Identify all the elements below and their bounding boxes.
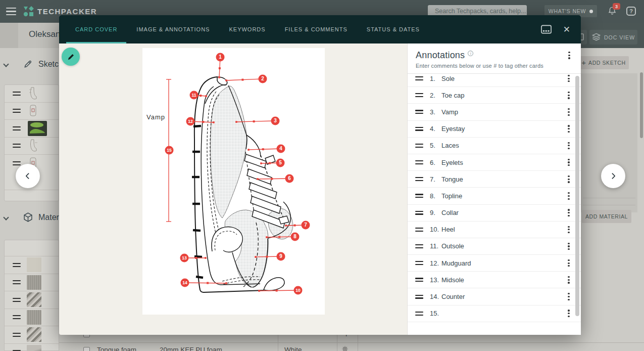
annotation-label: Midsole [441,276,464,284]
annotation-menu-icon[interactable] [566,176,571,183]
drag-handle-icon[interactable] [415,194,423,198]
drag-handle-icon[interactable] [415,244,423,248]
drag-handle-icon[interactable] [415,127,423,131]
annotation-menu-icon[interactable] [566,125,571,133]
svg-text:1: 1 [219,54,222,60]
annotation-menu-icon[interactable] [566,108,571,116]
svg-text:4: 4 [279,146,282,151]
annotation-row[interactable]: 10. Heel [408,222,581,238]
annotation-row[interactable]: 13. Midsole [408,272,581,288]
annotation-menu-icon[interactable] [566,142,571,150]
tab-image-annotations[interactable]: IMAGE & ANNOTATIONS [127,15,219,43]
svg-text:10: 10 [295,288,301,293]
annotation-row[interactable]: 4. Eyestay [408,121,581,138]
drag-handle-icon[interactable] [415,228,423,232]
card-layout-icon[interactable] [541,25,552,34]
annotation-row[interactable]: 6. Eyelets [408,154,581,171]
svg-text:3: 3 [274,118,277,123]
annotation-row[interactable]: 14. Counter [408,288,581,305]
drag-handle-icon[interactable] [415,177,423,181]
svg-text:13: 13 [182,255,187,260]
annotations-scrollbar[interactable] [575,76,579,316]
svg-text:9: 9 [279,253,282,259]
annotation-label: Tongue [441,176,463,183]
svg-text:7: 7 [304,222,307,228]
vamp-dimension-label: Vamp [146,113,165,121]
tab-card-cover[interactable]: CARD COVER [66,15,126,43]
annotations-menu-icon[interactable] [567,52,572,59]
info-icon[interactable]: i [468,51,473,56]
svg-text:2: 2 [261,76,264,81]
annotation-menu-icon[interactable] [566,293,571,300]
edit-fab-button[interactable] [62,48,80,66]
drag-handle-icon[interactable] [415,278,423,282]
annotation-number: 11. [430,242,441,250]
annotation-menu-icon[interactable] [566,259,571,267]
modal-tabbar: CARD COVERIMAGE & ANNOTATIONSKEYWORDSFIL… [59,15,581,43]
annotation-row[interactable]: 5. Laces [408,138,581,154]
annotation-label: Collar [441,209,459,216]
tab-keywords[interactable]: KEYWORDS [220,15,274,43]
annotation-number: 10. [430,226,441,233]
drag-handle-icon[interactable] [415,295,423,299]
annotation-number: 6. [430,159,441,166]
annotation-menu-icon[interactable] [566,226,571,234]
annotation-label: Toe cap [441,92,465,99]
annotation-menu-icon[interactable] [566,276,571,284]
annotation-menu-icon[interactable] [566,159,571,166]
sketch-image[interactable]: Vamp 123456789101112131415 [142,48,325,315]
drag-handle-icon[interactable] [415,211,423,215]
annotations-panel: Annotations i Enter comments below or us… [407,43,581,335]
annotation-label: Eyelets [441,159,463,166]
annotation-row[interactable]: 12. Mudguard [408,255,581,272]
annotation-number: 15. [430,310,441,317]
tab-files-comments[interactable]: FILES & COMMENTS [276,15,357,43]
annotation-number: 4. [430,125,441,133]
annotation-number: 12. [430,259,441,267]
annotation-row[interactable]: 15. [408,305,581,322]
annotation-menu-icon[interactable] [566,310,571,317]
chevron-left-icon [24,172,32,180]
svg-text:6: 6 [288,176,291,181]
annotation-row[interactable]: 3. Vamp [408,104,581,120]
annotation-menu-icon[interactable] [566,75,571,82]
tab-status-dates[interactable]: STATUS & DATES [358,15,429,43]
annotation-number: 14. [430,293,441,300]
annotation-row[interactable]: 2. Toe cap [408,87,581,104]
annotation-number: 13. [430,276,441,284]
annotation-number: 2. [430,92,441,99]
annotation-row[interactable]: 8. Topline [408,188,581,204]
annotation-menu-icon[interactable] [566,209,571,216]
annotation-label: Heel [441,226,455,233]
annotation-menu-icon[interactable] [566,92,571,99]
annotation-number: 7. [430,176,441,183]
annotation-label: Laces [441,142,459,149]
annotation-row[interactable]: 7. Tongue [408,171,581,188]
card-detail-modal: CARD COVERIMAGE & ANNOTATIONSKEYWORDSFIL… [59,15,581,335]
svg-text:15: 15 [167,148,172,153]
annotation-row[interactable]: 9. Collar [408,205,581,222]
svg-text:11: 11 [192,93,196,98]
pencil-icon [67,53,75,61]
carousel-prev-button[interactable] [16,164,40,188]
annotations-subtitle: Enter comments below or use # to tag oth… [416,63,573,69]
drag-handle-icon[interactable] [415,144,423,148]
carousel-next-button[interactable] [601,164,625,188]
drag-handle-icon[interactable] [415,76,423,80]
annotation-row[interactable]: 1. Sole [408,70,581,87]
drag-handle-icon[interactable] [415,160,423,164]
svg-text:14: 14 [182,280,187,285]
annotation-label: Outsole [441,242,464,250]
annotation-menu-icon[interactable] [566,243,571,250]
drag-handle-icon[interactable] [415,93,423,97]
drag-handle-icon[interactable] [415,261,423,265]
annotation-menu-icon[interactable] [566,192,571,200]
annotation-row[interactable]: 11. Outsole [408,238,581,255]
annotations-title: Annotations [416,50,465,61]
annotation-number: 3. [430,108,441,116]
drag-handle-icon[interactable] [415,312,423,316]
annotation-number: 1. [430,75,441,82]
close-icon[interactable]: ✕ [563,25,570,34]
drag-handle-icon[interactable] [415,110,423,114]
annotation-label: Eyestay [441,125,465,133]
